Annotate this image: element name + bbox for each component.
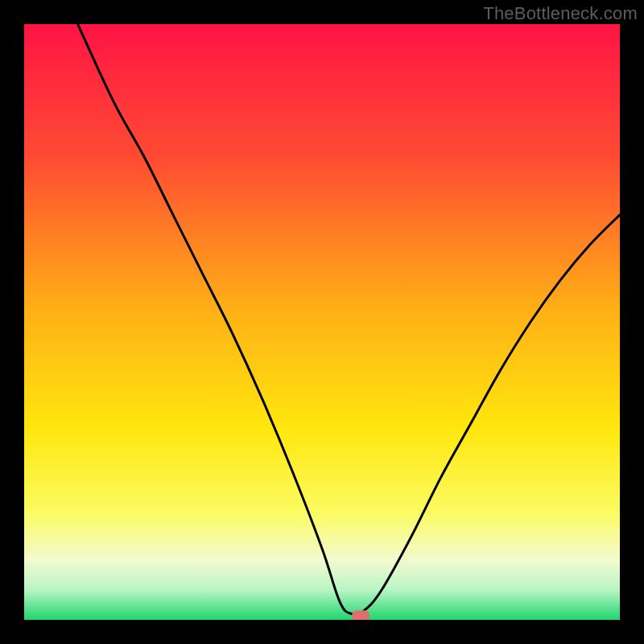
optimum-marker xyxy=(352,610,369,620)
bottleneck-chart xyxy=(24,24,620,620)
plot-area xyxy=(24,24,620,620)
watermark-text: TheBottleneck.com xyxy=(483,3,638,24)
chart-frame: TheBottleneck.com xyxy=(0,0,644,644)
